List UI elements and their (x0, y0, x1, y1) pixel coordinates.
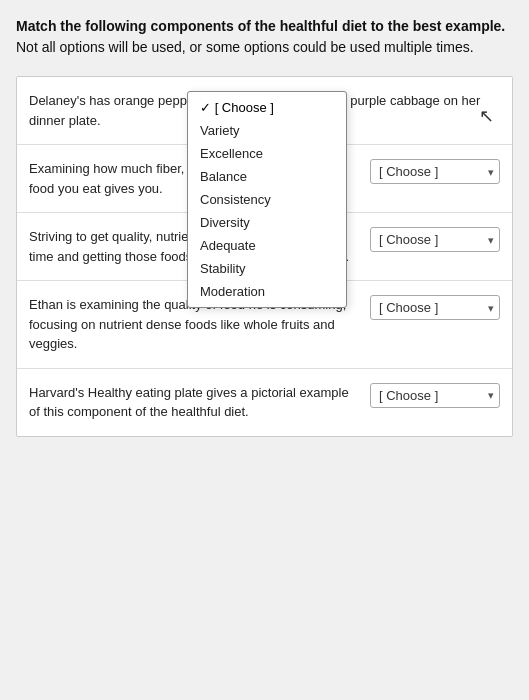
dropdown-select-2[interactable]: [ Choose ] Variety Excellence Balance Co… (370, 159, 500, 184)
dropdown-select-3[interactable]: [ Choose ] Variety Excellence Balance Co… (370, 227, 500, 252)
question-area: Delaney's has orange peppers, spinach, t… (16, 76, 513, 437)
question-row-1: Delaney's has orange peppers, spinach, t… (17, 77, 512, 145)
dd-item-adequate[interactable]: Adequate (188, 234, 346, 257)
page-container: Match the following components of the he… (0, 0, 529, 700)
question-text-5: Harvard's Healthy eating plate gives a p… (29, 383, 370, 422)
instructions-text: Match the following components of the he… (16, 16, 513, 58)
dd-item-moderation[interactable]: Moderation (188, 280, 346, 303)
dd-item-stability[interactable]: Stability (188, 257, 346, 280)
dropdown-area-4: [ Choose ] Variety Excellence Balance Co… (370, 295, 500, 320)
dropdown-select-5[interactable]: [ Choose ] Variety Excellence Balance Co… (370, 383, 500, 408)
dropdown-select-4[interactable]: [ Choose ] Variety Excellence Balance Co… (370, 295, 500, 320)
dd-item-consistency[interactable]: Consistency (188, 188, 346, 211)
dropdown-area-3: [ Choose ] Variety Excellence Balance Co… (370, 227, 500, 252)
dropdown-area-2: [ Choose ] Variety Excellence Balance Co… (370, 159, 500, 184)
open-dropdown-overlay[interactable]: [ Choose ] Variety Excellence Balance Co… (187, 91, 347, 308)
dd-item-excellence[interactable]: Excellence (188, 142, 346, 165)
dd-item-choose[interactable]: [ Choose ] (188, 96, 346, 119)
dd-item-balance[interactable]: Balance (188, 165, 346, 188)
question-row-5: Harvard's Healthy eating plate gives a p… (17, 369, 512, 436)
dd-item-diversity[interactable]: Diversity (188, 211, 346, 234)
dropdown-area-5: [ Choose ] Variety Excellence Balance Co… (370, 383, 500, 408)
dd-item-variety[interactable]: Variety (188, 119, 346, 142)
